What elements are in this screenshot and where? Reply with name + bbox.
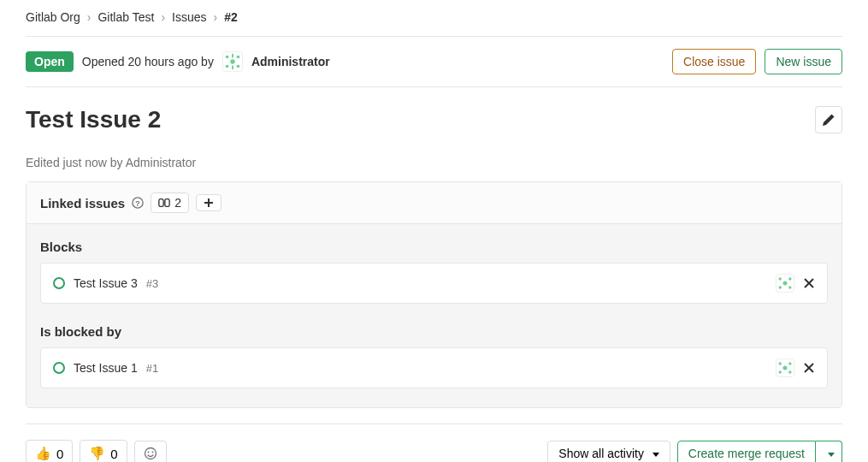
breadcrumb: Gitlab Org › Gitlab Test › Issues › #2 xyxy=(26,0,842,37)
author-link[interactable]: Administrator xyxy=(251,55,330,68)
title-row: Test Issue 2 xyxy=(26,87,842,137)
activity-filter-label: Show all activity xyxy=(558,447,644,460)
blocks-label: Blocks xyxy=(40,234,828,263)
linked-issues-title: Linked issues xyxy=(40,196,125,210)
assignee-avatar[interactable] xyxy=(776,274,794,293)
linked-issues-panel: Linked issues ? 2 Blocks Test Issue 3 #3… xyxy=(26,181,842,408)
remove-link-button[interactable] xyxy=(803,277,815,289)
thumbs-up-count: 0 xyxy=(56,447,63,461)
thumbs-down-count: 0 xyxy=(110,447,117,461)
svg-rect-6 xyxy=(232,66,233,70)
linked-issue-name[interactable]: Test Issue 1 xyxy=(74,361,138,375)
svg-point-17 xyxy=(779,362,782,364)
thumbs-down-button[interactable]: 👎 0 xyxy=(80,440,127,462)
chevron-down-icon xyxy=(828,453,835,457)
status-badge: Open xyxy=(26,51,74,72)
add-reaction-button[interactable] xyxy=(134,441,167,462)
linked-issue-name[interactable]: Test Issue 3 xyxy=(74,276,138,290)
activity-filter-button[interactable]: Show all activity xyxy=(547,441,670,462)
create-mr-button[interactable]: Create merge request xyxy=(677,441,816,462)
issue-title: Test Issue 2 xyxy=(26,106,815,133)
svg-point-21 xyxy=(145,448,156,459)
breadcrumb-section[interactable]: Issues xyxy=(172,10,206,24)
linked-issue-row[interactable]: Test Issue 1 #1 xyxy=(40,347,828,388)
svg-point-2 xyxy=(236,56,239,59)
chevron-right-icon: › xyxy=(214,10,218,24)
linked-issue-ref: #1 xyxy=(146,362,158,375)
edit-button[interactable] xyxy=(815,106,842,133)
blocked-by-label: Is blocked by xyxy=(40,309,828,347)
thumbs-up-icon: 👍 xyxy=(35,446,51,461)
chevron-right-icon: › xyxy=(161,10,165,24)
remove-link-button[interactable] xyxy=(803,362,815,374)
svg-point-23 xyxy=(151,452,153,453)
chevron-down-icon xyxy=(652,453,659,457)
breadcrumb-current: #2 xyxy=(224,10,238,24)
breadcrumb-project[interactable]: Gitlab Test xyxy=(97,10,154,24)
help-icon[interactable]: ? xyxy=(132,197,144,209)
svg-point-20 xyxy=(788,370,791,373)
chevron-right-icon: › xyxy=(87,10,92,24)
svg-rect-5 xyxy=(232,54,233,58)
svg-point-3 xyxy=(226,65,229,68)
svg-point-12 xyxy=(779,277,782,280)
svg-point-4 xyxy=(236,65,239,68)
svg-point-16 xyxy=(783,366,788,370)
close-icon xyxy=(803,362,815,374)
avatar[interactable] xyxy=(222,51,243,72)
linked-issue-ref: #3 xyxy=(146,277,158,290)
breadcrumb-org[interactable]: Gitlab Org xyxy=(26,10,80,24)
close-issue-button[interactable]: Close issue xyxy=(672,49,756,74)
close-icon xyxy=(803,277,815,289)
svg-point-1 xyxy=(226,56,229,59)
linked-count: 2 xyxy=(151,192,189,213)
add-linked-issue-button[interactable] xyxy=(196,194,221,211)
svg-rect-9 xyxy=(159,199,163,207)
svg-point-22 xyxy=(147,452,149,453)
create-mr-group: Create merge request xyxy=(677,441,842,462)
svg-text:?: ? xyxy=(136,199,140,208)
thumbs-up-button[interactable]: 👍 0 xyxy=(26,440,73,462)
opened-text: Opened 20 hours ago by xyxy=(82,55,214,68)
svg-point-19 xyxy=(779,370,782,373)
svg-point-11 xyxy=(783,281,788,286)
pencil-icon xyxy=(822,113,836,127)
svg-point-0 xyxy=(230,59,235,64)
svg-point-18 xyxy=(788,362,791,364)
footer-row: 👍 0 👎 0 Show all activity Create merge r… xyxy=(26,424,842,462)
thumbs-down-icon: 👎 xyxy=(89,446,105,461)
svg-point-13 xyxy=(788,277,791,280)
status-open-icon xyxy=(53,277,65,289)
create-mr-dropdown-button[interactable] xyxy=(816,441,842,462)
emoji-icon xyxy=(144,447,157,460)
status-open-icon xyxy=(53,362,65,374)
linked-issues-header: Linked issues ? 2 xyxy=(27,182,841,224)
svg-rect-10 xyxy=(165,199,169,207)
link-icon xyxy=(158,197,170,209)
new-issue-button[interactable]: New issue xyxy=(765,49,842,74)
plus-icon xyxy=(204,198,214,208)
assignee-avatar[interactable] xyxy=(776,358,794,377)
edited-text: Edited just now by Administrator xyxy=(26,137,842,181)
svg-point-15 xyxy=(788,286,791,288)
linked-count-value: 2 xyxy=(174,196,181,210)
linked-issue-row[interactable]: Test Issue 3 #3 xyxy=(40,263,828,304)
issue-header: Open Opened 20 hours ago by Administrato… xyxy=(26,37,842,87)
svg-point-14 xyxy=(779,286,782,288)
linked-issues-body: Blocks Test Issue 3 #3 Is blocked by Tes… xyxy=(27,224,841,407)
